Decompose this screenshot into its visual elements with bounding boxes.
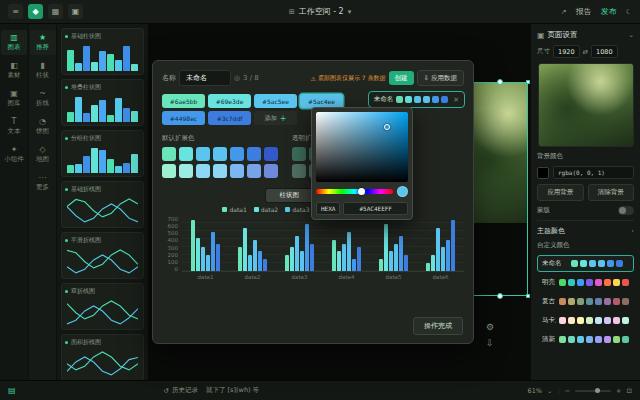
ext-swatch[interactable] (230, 147, 244, 161)
done-button[interactable]: 操作完成 (413, 317, 463, 335)
bar[interactable] (431, 255, 435, 271)
background-image-preview[interactable] (538, 63, 634, 147)
bar[interactable] (253, 240, 257, 271)
moon-icon[interactable]: ☾ (626, 8, 632, 16)
color-chip-2[interactable]: #5ac5ee (254, 94, 297, 108)
bar[interactable] (337, 251, 341, 271)
template-card[interactable]: 平滑折线图 (61, 232, 144, 279)
bar[interactable] (352, 259, 356, 271)
ext-swatch[interactable] (179, 147, 193, 161)
rail-item-2[interactable]: ~折线 (30, 86, 56, 111)
zoom-slider-knob[interactable] (595, 388, 600, 393)
zoom-in-icon[interactable]: + (616, 387, 621, 395)
palette-row-4[interactable]: 清新 (537, 331, 634, 348)
picker-sv-area[interactable] (316, 112, 408, 182)
bg-color-value[interactable]: rgba(0, 0, 1) (553, 166, 634, 179)
legend-item[interactable]: data1 (222, 206, 246, 213)
zoom-chevron-icon[interactable]: ⌄ (547, 387, 552, 395)
bar[interactable] (389, 251, 393, 271)
resize-handle-ne[interactable] (526, 80, 530, 84)
bar[interactable] (300, 251, 304, 271)
bar[interactable] (404, 255, 408, 271)
picker-hue-slider[interactable] (316, 189, 393, 194)
bar[interactable] (243, 228, 247, 271)
bar[interactable] (211, 232, 215, 271)
legend-item[interactable]: data2 (254, 206, 278, 213)
menu-icon[interactable]: ≡ (8, 4, 23, 19)
bar[interactable] (258, 251, 262, 271)
bar[interactable] (238, 247, 242, 271)
rail-item-1[interactable]: ▮柱状 (30, 58, 56, 83)
zoom-out-icon[interactable]: − (565, 387, 570, 395)
apply-data-button[interactable]: ⇩ 应用数据 (417, 70, 464, 86)
bar[interactable] (305, 224, 309, 271)
bar[interactable] (248, 255, 252, 271)
bar[interactable] (446, 240, 450, 271)
preview-tab-0[interactable]: 柱状图 (266, 189, 314, 202)
rail-item-5[interactable]: ⋯更多 (30, 170, 56, 195)
selected-image[interactable] (472, 82, 528, 296)
workspace-switcher[interactable]: ⊞ 工作空间 - 2 ▾ (289, 0, 351, 23)
share-icon[interactable]: ↗ (561, 8, 567, 16)
template-card[interactable]: 分组柱状图 (61, 130, 144, 177)
bar[interactable] (384, 224, 388, 271)
rail-item-3[interactable]: T文本 (1, 114, 27, 139)
rail-item-1[interactable]: ◧素材 (1, 58, 27, 83)
theme-colors-row[interactable]: 主题颜色 › (537, 220, 634, 236)
palette-row-1[interactable]: 明亮 (537, 274, 634, 291)
ext-swatch[interactable] (196, 147, 210, 161)
bar[interactable] (263, 259, 267, 271)
ext-swatch[interactable] (162, 147, 176, 161)
bar[interactable] (310, 244, 314, 272)
height-input[interactable]: 1080 (591, 45, 618, 58)
rail-item-2[interactable]: ▣图库 (1, 86, 27, 111)
history-button[interactable]: ↺ 历史记录 (164, 386, 198, 395)
palette-entry-card[interactable]: 未命名 ✕ (368, 91, 465, 108)
ext-swatch[interactable] (213, 164, 227, 178)
resize-handle-s[interactable] (497, 293, 503, 299)
bar[interactable] (201, 247, 205, 271)
bar[interactable] (216, 244, 220, 272)
collapse-icon[interactable]: ⌄ (628, 31, 634, 39)
ext-swatch[interactable] (247, 164, 261, 178)
rail-item-4[interactable]: ◇地图 (30, 142, 56, 167)
publish-button[interactable]: 发布 (601, 6, 617, 17)
ext-swatch[interactable] (292, 147, 306, 161)
chart-add-icon[interactable]: ▦ (48, 4, 63, 19)
palette-row-0[interactable]: 未命名 (537, 255, 634, 272)
zoom-value[interactable]: 61% (528, 387, 542, 395)
bar[interactable] (379, 259, 383, 271)
resize-handle-se[interactable] (526, 294, 530, 298)
bar[interactable] (332, 240, 336, 271)
clear-bg-button[interactable]: 清除背景 (588, 184, 635, 201)
rail-item-4[interactable]: ✦小组件 (1, 142, 27, 167)
ext-swatch[interactable] (162, 164, 176, 178)
ext-swatch[interactable] (292, 164, 306, 178)
bar[interactable] (399, 236, 403, 271)
logo-icon[interactable]: ◆ (28, 4, 43, 19)
bar[interactable] (191, 220, 195, 271)
template-card[interactable]: 面积折线图 (61, 334, 144, 380)
ext-swatch[interactable] (179, 164, 193, 178)
bg-color-swatch[interactable] (537, 167, 549, 179)
picker-hue-knob[interactable] (358, 188, 365, 195)
bar[interactable] (357, 247, 361, 271)
bar[interactable] (342, 244, 346, 272)
fit-screen-icon[interactable]: ⊡ (627, 387, 632, 395)
legend-item[interactable]: data3 (285, 206, 309, 213)
bar[interactable] (347, 232, 351, 271)
bar[interactable] (290, 247, 294, 271)
hex-mode-label[interactable]: HEXA (316, 202, 340, 215)
bar[interactable] (394, 244, 398, 272)
settings-icon[interactable]: ⚙ (486, 322, 494, 332)
palette-name-input[interactable]: 未命名 (179, 70, 231, 86)
ext-swatch[interactable] (230, 164, 244, 178)
color-chip-0[interactable]: #6ae5bb (162, 94, 205, 108)
canvas[interactable]: 名称 未命名 ◎ 3 / 8 ⚠ 底部图表仅展示 7 条数据 创建 ⇩ 应用数据… (148, 24, 530, 380)
ext-swatch[interactable] (264, 164, 278, 178)
ext-swatch[interactable] (213, 147, 227, 161)
mask-toggle[interactable] (618, 206, 634, 215)
template-card[interactable]: 堆叠柱状图 (61, 79, 144, 126)
color-chip-4[interactable]: #4498ec (162, 111, 205, 125)
rail-item-0[interactable]: ★推荐 (30, 30, 56, 55)
